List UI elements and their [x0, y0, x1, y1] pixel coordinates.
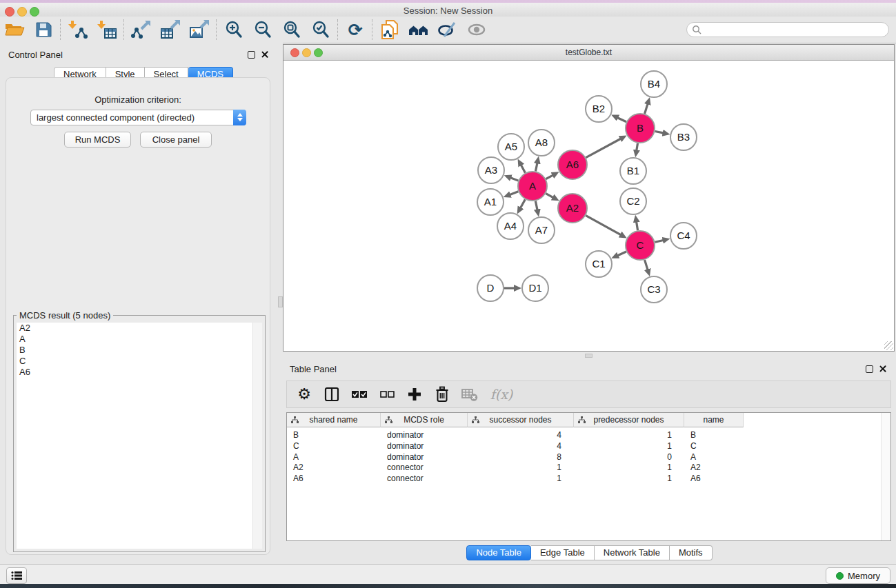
float-panel-icon[interactable]: [248, 51, 255, 59]
cell-predecessor-nodes[interactable]: 0: [574, 452, 684, 463]
close-panel-icon[interactable]: [261, 51, 268, 58]
close-panel-icon[interactable]: [879, 365, 886, 372]
tab-edge-table[interactable]: Edge Table: [531, 545, 595, 560]
cell-shared-name[interactable]: A6: [287, 473, 381, 484]
edge-A-A2[interactable]: [546, 194, 553, 198]
zoom-selected-icon[interactable]: [306, 19, 335, 41]
network-window-titlebar[interactable]: testGlobe.txt: [283, 45, 894, 61]
edge-A2-C[interactable]: [586, 216, 621, 235]
cell-successor-nodes[interactable]: 4: [468, 429, 574, 440]
refresh-layout-icon[interactable]: ⟳: [341, 19, 370, 41]
open-file-icon[interactable]: [0, 19, 29, 41]
cell-name[interactable]: C: [684, 440, 744, 452]
result-scrollbar[interactable]: [252, 323, 262, 549]
export-network-icon[interactable]: [127, 19, 156, 41]
export-table-icon[interactable]: [156, 19, 185, 41]
edge-C-C4[interactable]: [655, 241, 663, 243]
edge-A-A1[interactable]: [510, 192, 518, 195]
column-header-MCDS-role[interactable]: MCDS role: [381, 413, 468, 427]
column-header-successor-nodes[interactable]: successor nodes: [468, 413, 574, 427]
edge-A-A8[interactable]: [535, 163, 537, 171]
clear-selection-icon[interactable]: [378, 385, 396, 404]
show-all-icon[interactable]: [462, 19, 491, 41]
result-item[interactable]: B: [17, 345, 262, 356]
import-network-icon[interactable]: [63, 19, 92, 41]
run-mcds-button[interactable]: Run MCDS: [64, 132, 131, 148]
cell-successor-nodes[interactable]: 4: [468, 440, 574, 452]
cell-MCDS-role[interactable]: dominator: [381, 429, 468, 440]
splitter-thumb[interactable]: [278, 296, 283, 307]
search-input[interactable]: [704, 23, 888, 36]
tab-node-table[interactable]: Node Table: [466, 545, 531, 560]
float-panel-icon[interactable]: [866, 365, 873, 373]
result-item[interactable]: A2: [17, 323, 262, 334]
first-neighbors-icon[interactable]: [404, 19, 433, 41]
hide-selected-icon[interactable]: [433, 19, 462, 41]
cell-predecessor-nodes[interactable]: 1: [574, 462, 684, 473]
cell-predecessor-nodes[interactable]: 1: [574, 473, 684, 484]
cell-successor-nodes[interactable]: 8: [468, 452, 574, 463]
cell-name[interactable]: B: [684, 429, 744, 440]
cell-name[interactable]: A2: [684, 462, 744, 473]
cell-predecessor-nodes[interactable]: 1: [574, 440, 684, 452]
cell-shared-name[interactable]: A: [287, 452, 381, 463]
zoom-in-icon[interactable]: [219, 19, 248, 41]
cell-successor-nodes[interactable]: 1: [468, 462, 574, 473]
close-panel-button[interactable]: Close panel: [140, 132, 212, 148]
splitter-thumb[interactable]: [585, 354, 593, 358]
new-network-from-selection-icon[interactable]: [375, 19, 404, 41]
mcds-result-list[interactable]: A2ABCA6: [17, 323, 262, 549]
edge-A-A4[interactable]: [520, 199, 525, 207]
columns-icon[interactable]: [323, 385, 341, 404]
save-session-icon[interactable]: [29, 19, 58, 41]
result-item[interactable]: C: [17, 356, 262, 367]
result-item[interactable]: A: [17, 334, 262, 345]
cell-shared-name[interactable]: C: [287, 440, 381, 452]
cell-MCDS-role[interactable]: connector: [381, 462, 468, 473]
horizontal-splitter[interactable]: [283, 352, 896, 358]
resize-grip[interactable]: [884, 341, 893, 350]
edge-A6-B[interactable]: [586, 139, 621, 157]
memory-button[interactable]: Memory: [826, 567, 890, 584]
cell-shared-name[interactable]: B: [287, 429, 381, 440]
cell-MCDS-role[interactable]: dominator: [381, 440, 468, 452]
edge-C-C1[interactable]: [617, 252, 626, 256]
edge-B-B2[interactable]: [617, 118, 626, 122]
edge-B-B4[interactable]: [645, 104, 648, 114]
edge-B-B1[interactable]: [637, 143, 638, 151]
add-column-icon[interactable]: [406, 385, 424, 404]
table-scrollbar[interactable]: [881, 413, 890, 540]
edge-C-C2[interactable]: [637, 222, 638, 231]
cell-name[interactable]: A: [684, 452, 744, 463]
select-all-icon[interactable]: [350, 385, 368, 404]
column-header-shared-name[interactable]: shared name: [287, 413, 381, 427]
edge-C-C3[interactable]: [645, 260, 648, 270]
result-item[interactable]: A6: [17, 367, 262, 378]
cell-predecessor-nodes[interactable]: 1: [574, 429, 684, 440]
edge-A-A6[interactable]: [546, 175, 552, 179]
delete-column-icon[interactable]: [433, 385, 451, 404]
cell-MCDS-role[interactable]: connector: [381, 473, 468, 484]
edge-A-A5[interactable]: [521, 165, 525, 172]
column-header-predecessor-nodes[interactable]: predecessor nodes: [574, 413, 684, 427]
import-table-icon[interactable]: [92, 19, 121, 41]
tab-network-table[interactable]: Network Table: [595, 545, 670, 560]
zoom-fit-icon[interactable]: [277, 19, 306, 41]
gear-icon[interactable]: ⚙: [295, 385, 313, 404]
cell-MCDS-role[interactable]: dominator: [381, 452, 468, 463]
tab-motifs[interactable]: Motifs: [670, 545, 713, 560]
cell-successor-nodes[interactable]: 1: [468, 473, 574, 484]
toolbar-search[interactable]: [686, 22, 889, 37]
cell-shared-name[interactable]: A2: [287, 462, 381, 473]
column-header-name[interactable]: name: [684, 413, 744, 427]
cell-name[interactable]: A6: [684, 473, 744, 484]
network-graph[interactable]: B4B2BB3A8A5A6A3B1AC2A1A2A4A7C4CC1DD1C3: [283, 60, 894, 351]
node-table[interactable]: shared nameMCDS rolesuccessor nodesprede…: [286, 412, 891, 541]
task-history-button[interactable]: [6, 567, 27, 584]
edge-B-B3[interactable]: [655, 131, 664, 132]
criterion-dropdown[interactable]: largest connected component (directed): [30, 110, 246, 125]
edge-A-A3[interactable]: [510, 178, 518, 181]
vertical-splitter[interactable]: [278, 43, 283, 564]
export-image-icon[interactable]: [185, 19, 214, 41]
edge-A-A7[interactable]: [535, 201, 537, 210]
